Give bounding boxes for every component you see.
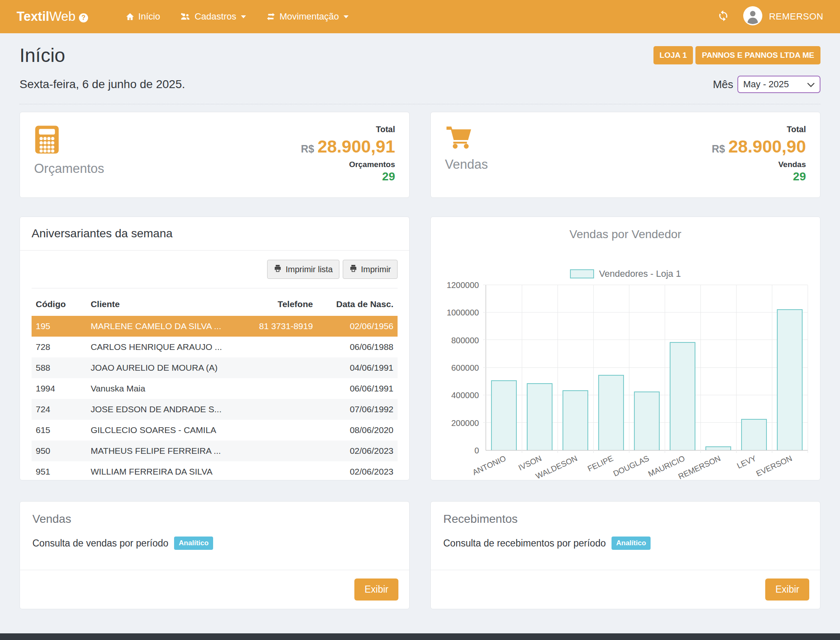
action-description: Consulta de recebimentos por período (443, 538, 606, 549)
recebimentos-action-card: Recebimentos Consulta de recebimentos po… (430, 501, 820, 609)
store-button[interactable]: LOJA 1 (653, 46, 693, 64)
cell-telefone (251, 378, 317, 399)
cell-codigo: 615 (32, 420, 86, 441)
table-row[interactable]: 195MARLENE CAMELO DA SILVA ...81 3731-89… (32, 316, 398, 337)
bar-ivson (527, 383, 553, 450)
birthdays-table-body: 195MARLENE CAMELO DA SILVA ...81 3731-89… (32, 316, 398, 480)
bar-waldeson (562, 390, 588, 450)
orcamentos-summary-card: Orçamentos Total R$28.900,91 Orçamentos … (20, 112, 410, 198)
table-row[interactable]: 615GILCLECIO SOARES - CAMILA08/06/2020 (32, 420, 398, 441)
brand[interactable]: TextilWeb ? (17, 9, 88, 24)
col-header-telefone[interactable]: Telefone (251, 291, 317, 316)
nav-item-label: Movimentação (280, 11, 339, 22)
cell-codigo: 1994 (32, 378, 86, 399)
cell-data: 02/06/1956 (317, 316, 398, 337)
table-row[interactable]: 724JOSE EDSON DE ANDRADE S...07/06/1992 (32, 399, 398, 420)
cell-telefone (251, 337, 317, 357)
x-label-everson: EVERSON (755, 454, 794, 478)
refresh-icon[interactable] (717, 10, 729, 23)
table-row[interactable]: 728CARLOS HENRIQUE ARAUJO ...06/06/1988 (32, 337, 398, 357)
home-icon (125, 12, 135, 21)
cell-codigo: 951 (32, 461, 86, 480)
exchange-icon (266, 12, 276, 21)
y-tick-label: 400000 (451, 391, 479, 400)
x-label-felipe: FELIPE (586, 454, 615, 474)
action-description: Consulta de vendas por período (32, 538, 168, 549)
print-list-button[interactable]: Imprimir lista (267, 260, 339, 279)
y-tick-label: 1200000 (447, 281, 479, 290)
y-tick-label: 0 (474, 446, 479, 455)
vendas-action-card: Vendas Consulta de vendas por período An… (20, 501, 410, 609)
chart-x-labels: ANTONIOIVSONWALDESONFELIPEDOUGLASMAURICI… (486, 450, 808, 484)
table-row[interactable]: 588JOAO AURELIO DE MOURA (A)04/06/1991 (32, 357, 398, 378)
cell-cliente: WILLIAM FERREIRA DA SILVA (86, 461, 251, 480)
legend-label: Vendedores - Loja 1 (599, 268, 681, 279)
vendas-summary-card: Vendas Total R$28.900,90 Vendas 29 (430, 112, 820, 198)
chevron-down-icon (241, 15, 246, 18)
count-label: Vendas (712, 160, 806, 169)
print-list-label: Imprimir lista (285, 265, 332, 274)
birthdays-table: Código Cliente Telefone Data de Nasc. 19… (32, 291, 398, 480)
cart-icon (445, 125, 473, 152)
bar-levy (741, 419, 767, 450)
cell-telefone: 81 3731-8919 (251, 316, 317, 337)
y-tick-label: 1000000 (447, 308, 479, 318)
analitico-badge: Analítico (612, 537, 651, 550)
col-header-codigo[interactable]: Código (32, 291, 86, 316)
company-button[interactable]: PANNOS E PANNOS LTDA ME (695, 46, 820, 64)
chart-legend[interactable]: Vendedores - Loja 1 (431, 268, 820, 279)
sales-chart-card: Vendas por Vendedor Vendedores - Loja 1 … (430, 217, 820, 480)
y-tick-label: 800000 (451, 335, 479, 345)
summary-label: Orçamentos (34, 161, 104, 176)
cell-cliente: CARLOS HENRIQUE ARAUJO ... (86, 337, 251, 357)
cell-telefone (251, 461, 317, 480)
cell-data: 02/06/2023 (317, 461, 398, 480)
chart-title: Vendas por Vendedor (431, 228, 820, 241)
nav-item-movimentacao[interactable]: Movimentação (266, 11, 349, 22)
month-select-value: May - 2025 (743, 79, 789, 90)
print-button[interactable]: Imprimir (343, 260, 398, 279)
x-label-douglas: DOUGLAS (612, 454, 651, 478)
cell-data: 06/06/1991 (317, 378, 398, 399)
count-value: 29 (301, 170, 395, 183)
y-tick-label: 200000 (451, 418, 479, 428)
table-row[interactable]: 951WILLIAM FERREIRA DA SILVA02/06/2023 (32, 461, 398, 480)
cell-cliente: JOSE EDSON DE ANDRADE S... (86, 399, 251, 420)
cell-codigo: 950 (32, 441, 86, 461)
cell-cliente: Vanuska Maia (86, 378, 251, 399)
y-tick-label: 600000 (451, 363, 479, 373)
cell-cliente: MATHEUS FELIPE FERREIRA ... (86, 441, 251, 461)
total-label: Total (712, 125, 806, 134)
help-icon[interactable]: ? (79, 13, 88, 22)
x-label-ivson: IVSON (517, 454, 543, 473)
col-header-cliente[interactable]: Cliente (86, 291, 251, 316)
page-title: Início (20, 44, 65, 66)
x-label-antonio: ANTONIO (471, 454, 507, 477)
user-menu[interactable]: REMERSON (743, 6, 823, 27)
print-label: Imprimir (361, 265, 391, 274)
bar-douglas (634, 391, 660, 450)
nav-item-cadastros[interactable]: Cadastros (180, 11, 246, 22)
printer-icon (274, 264, 282, 274)
cell-data: 07/06/1992 (317, 399, 398, 420)
chart-y-labels: 020000040000060000080000010000001200000 (441, 285, 484, 450)
cell-codigo: 195 (32, 316, 86, 337)
cell-codigo: 728 (32, 337, 86, 357)
brand-text: TextilWeb (17, 9, 76, 24)
cell-data: 08/06/2020 (317, 420, 398, 441)
nav-item-label: Cadastros (194, 11, 236, 22)
exibir-recebimentos-button[interactable]: Exibir (765, 578, 809, 601)
table-row[interactable]: 950MATHEUS FELIPE FERREIRA ...02/06/2023 (32, 441, 398, 461)
col-header-data[interactable]: Data de Nasc. (317, 291, 398, 316)
currency: R$ (712, 143, 725, 155)
nav-item-inicio[interactable]: Início (125, 11, 160, 22)
cell-cliente: MARLENE CAMELO DA SILVA ... (86, 316, 251, 337)
cell-codigo: 588 (32, 357, 86, 378)
month-label: Mês (713, 78, 733, 91)
month-select[interactable]: May - 2025 (737, 76, 820, 93)
username: REMERSON (769, 11, 823, 22)
exibir-vendas-button[interactable]: Exibir (354, 578, 398, 601)
cell-telefone (251, 357, 317, 378)
cell-data: 02/06/2023 (317, 441, 398, 461)
table-row[interactable]: 1994Vanuska Maia06/06/1991 (32, 378, 398, 399)
